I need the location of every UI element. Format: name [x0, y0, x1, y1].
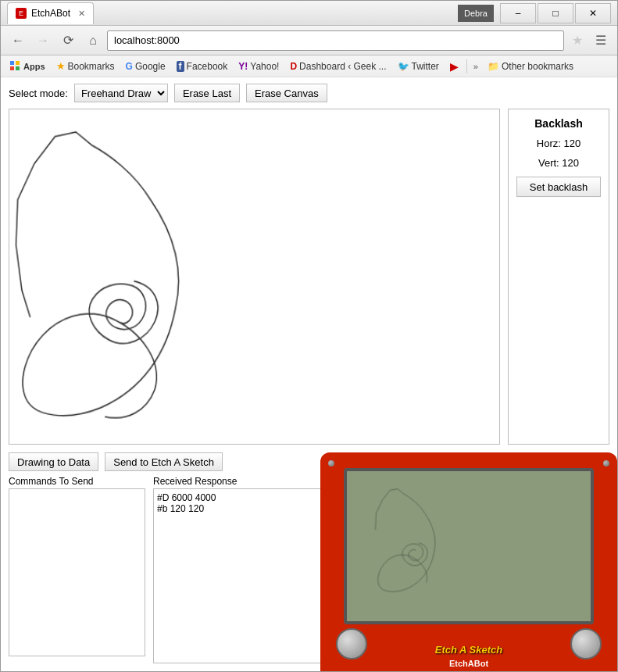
menu-button[interactable]: ☰: [591, 30, 611, 51]
title-bar-left: E EtchABot ✕: [7, 2, 458, 24]
back-button[interactable]: ←: [7, 30, 29, 52]
etch-screen: [344, 468, 594, 624]
apps-icon: [10, 61, 21, 72]
twitter-label: Twitter: [412, 61, 439, 72]
svg-rect-0: [10, 61, 14, 65]
erase-last-button[interactable]: Erase Last: [174, 84, 240, 102]
erase-canvas-button[interactable]: Erase Canvas: [246, 84, 327, 102]
google-label: Google: [135, 61, 166, 72]
tab-title: EtchABot: [31, 8, 70, 19]
bookmarks-label: Bookmarks: [68, 61, 115, 72]
commands-textarea[interactable]: [9, 488, 145, 656]
facebook-label: Facebook: [187, 61, 228, 72]
backlash-horz-label: Horz:: [537, 138, 561, 149]
backlash-horz-value: 120: [563, 138, 580, 149]
backlash-vert-label: Vert:: [538, 157, 559, 169]
yahoo-label: Yahoo!: [250, 61, 279, 72]
user-badge: Debra: [458, 5, 494, 22]
nav-bar: ← → ⟳ ⌂ ★ ☰: [1, 26, 617, 55]
page-content: Select mode: Freehand Draw Line Draw Sha…: [1, 77, 617, 671]
twitter-icon: 🐦: [398, 61, 409, 72]
backlash-vert-value: 120: [562, 157, 579, 169]
other-label: Other bookmarks: [502, 61, 573, 72]
bookmark-youtube[interactable]: ▶: [445, 59, 463, 74]
reload-button[interactable]: ⟳: [57, 30, 79, 52]
etch-brand-label: Etch A Sketch: [435, 644, 502, 656]
bookmark-twitter[interactable]: 🐦 Twitter: [393, 59, 444, 73]
mode-label: Select mode:: [9, 88, 68, 99]
folder-icon: 📁: [488, 61, 499, 72]
more-bookmarks-button[interactable]: »: [470, 60, 481, 73]
youtube-icon: ▶: [450, 60, 459, 73]
lower-section: Commands To Send Received Response Etch …: [1, 476, 617, 671]
set-backlash-button[interactable]: Set backlash: [516, 177, 601, 197]
mode-bar: Select mode: Freehand Draw Line Draw Sha…: [1, 77, 617, 109]
mode-select[interactable]: Freehand Draw Line Draw Shapes: [74, 84, 168, 102]
backlash-horz-row: Horz: 120: [516, 138, 601, 149]
bookmark-apps[interactable]: Apps: [5, 59, 50, 73]
screw-tl: [328, 460, 334, 466]
bookmark-google[interactable]: G Google: [121, 59, 170, 73]
bookmark-yahoo[interactable]: Y! Yahoo!: [234, 59, 284, 73]
apps-label: Apps: [23, 62, 45, 71]
forward-button[interactable]: →: [32, 30, 54, 52]
svg-rect-3: [16, 66, 20, 70]
drawing-canvas[interactable]: [9, 109, 499, 444]
dashboard-icon: D: [290, 61, 297, 72]
etch-photo: Etch A Sketch EtchABot: [320, 452, 617, 671]
tab-close-button[interactable]: ✕: [78, 9, 85, 19]
backlash-vert-row: Vert: 120: [516, 157, 601, 169]
maximize-button[interactable]: □: [538, 3, 573, 23]
bookmark-dashboard[interactable]: D Dashboard ‹ Geek ...: [285, 59, 391, 73]
etch-knob-right: [570, 628, 602, 659]
etch-canvas: [347, 471, 591, 621]
etch-inner: Etch A Sketch EtchABot: [320, 452, 617, 671]
browser-window: E EtchABot ✕ Debra – □ ✕ ← → ⟳ ⌂ ★ ☰ App…: [0, 0, 618, 672]
title-bar: E EtchABot ✕ Debra – □ ✕: [1, 1, 617, 26]
facebook-icon: f: [177, 61, 184, 72]
browser-tab[interactable]: E EtchABot ✕: [7, 2, 94, 24]
backlash-title: Backlash: [516, 117, 601, 130]
bookmark-bookmarks[interactable]: ★ Bookmarks: [52, 59, 120, 73]
bookmark-facebook[interactable]: f Facebook: [172, 59, 233, 73]
screw-tr: [603, 460, 609, 466]
drawing-canvas-container[interactable]: [9, 109, 500, 445]
star-icon: ★: [56, 60, 66, 72]
minimize-button[interactable]: –: [500, 3, 536, 23]
etch-bot-label: EtchABot: [449, 659, 488, 668]
bookmarks-divider: [466, 59, 467, 73]
send-to-etch-button[interactable]: Send to Etch A Sketch: [105, 452, 223, 471]
backlash-panel: Backlash Horz: 120 Vert: 120 Set backlas…: [508, 109, 609, 445]
address-bar[interactable]: [107, 30, 564, 51]
close-button[interactable]: ✕: [575, 3, 611, 23]
yahoo-icon: Y!: [238, 61, 248, 72]
svg-rect-2: [16, 61, 20, 65]
main-area: Backlash Horz: 120 Vert: 120 Set backlas…: [1, 109, 617, 448]
svg-rect-1: [10, 66, 14, 70]
dashboard-label: Dashboard ‹ Geek ...: [299, 61, 386, 72]
bookmark-other[interactable]: 📁 Other bookmarks: [483, 59, 578, 73]
etch-knob-left: [336, 628, 367, 659]
commands-label: Commands To Send: [9, 476, 145, 487]
bookmark-star-button[interactable]: ★: [567, 30, 588, 51]
window-controls: – □ ✕: [500, 3, 611, 23]
drawing-to-data-button[interactable]: Drawing to Data: [9, 452, 98, 471]
home-button[interactable]: ⌂: [82, 30, 104, 52]
bookmarks-bar: Apps ★ Bookmarks G Google f Facebook Y! …: [1, 55, 617, 77]
commands-container: Commands To Send: [9, 476, 145, 663]
tab-favicon: E: [16, 8, 27, 19]
google-icon: G: [126, 61, 133, 72]
